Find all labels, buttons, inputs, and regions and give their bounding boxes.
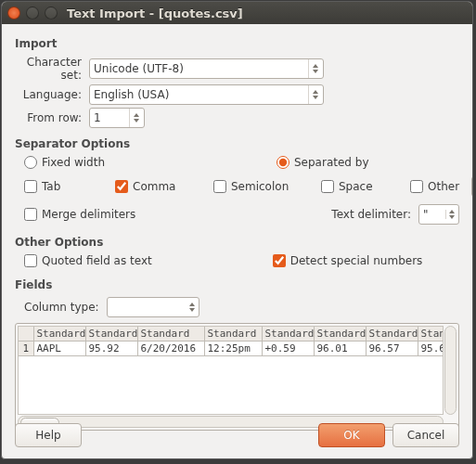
fromrow-label: From row: — [15, 111, 89, 124]
cell[interactable]: 95.92 — [85, 342, 137, 356]
other-heading: Other Options — [15, 236, 459, 249]
chevron-updown-icon — [445, 210, 455, 219]
fields-heading: Fields — [15, 278, 459, 291]
col-header[interactable]: Standard — [418, 327, 444, 342]
quoted-label: Quoted field as text — [42, 254, 152, 267]
ok-button-label: OK — [343, 429, 359, 442]
charset-label: Character set: — [15, 56, 89, 82]
fromrow-value: 1 — [94, 111, 129, 124]
charset-value: Unicode (UTF-8) — [94, 62, 308, 75]
separated-by-radio[interactable]: Separated by — [277, 156, 369, 169]
cell[interactable]: AAPL — [33, 342, 85, 356]
textdelim-combo[interactable]: " — [418, 204, 459, 225]
ok-button[interactable]: OK — [318, 423, 385, 447]
cell[interactable]: +0.59 — [262, 342, 314, 356]
help-button[interactable]: Help — [15, 423, 82, 447]
col-header[interactable]: Standard — [137, 327, 204, 342]
space-checkbox-input[interactable] — [321, 180, 334, 193]
cell[interactable]: 95.62 — [418, 342, 444, 356]
chevron-updown-icon — [189, 303, 195, 312]
tab-checkbox[interactable]: Tab — [24, 180, 109, 193]
tab-label: Tab — [42, 180, 60, 193]
space-checkbox[interactable]: Space — [321, 180, 405, 193]
dialog-content: Import Character set: Unicode (UTF-8) La… — [2, 24, 472, 440]
vertical-scrollbar[interactable] — [444, 326, 457, 415]
coltype-label: Column type: — [24, 301, 99, 314]
semicolon-label: Semicolon — [231, 180, 289, 193]
language-combo[interactable]: English (USA) — [89, 84, 324, 105]
other-checkbox[interactable]: Other — [410, 180, 466, 193]
help-button-label: Help — [35, 429, 60, 442]
preview-table-wrap[interactable]: Standard Standard Standard Standard Stan… — [18, 326, 444, 415]
cell[interactable]: 6/20/2016 — [137, 342, 204, 356]
charset-combo[interactable]: Unicode (UTF-8) — [89, 58, 324, 79]
maximize-icon[interactable] — [45, 6, 58, 19]
cancel-button-label: Cancel — [407, 429, 445, 442]
minimize-icon[interactable] — [26, 6, 39, 19]
close-icon[interactable] — [7, 6, 20, 19]
comma-checkbox[interactable]: Comma — [115, 180, 208, 193]
merge-checkbox-input[interactable] — [24, 208, 37, 221]
window-title: Text Import - [quotes.csv] — [67, 6, 243, 20]
fromrow-spinner[interactable]: 1 — [89, 108, 145, 128]
other-input[interactable] — [471, 176, 473, 197]
row-number: 1 — [19, 342, 33, 356]
tab-checkbox-input[interactable] — [24, 180, 37, 193]
chevron-updown-icon — [308, 85, 319, 104]
semicolon-checkbox[interactable]: Semicolon — [213, 180, 315, 193]
preview-table: Standard Standard Standard Standard Stan… — [19, 327, 444, 356]
dialog-footer: Help OK Cancel — [2, 414, 472, 458]
other-label: Other — [428, 180, 459, 193]
col-header[interactable]: Standard — [314, 327, 366, 342]
separated-by-label: Separated by — [294, 156, 369, 169]
merge-label: Merge delimiters — [42, 208, 135, 221]
fixed-width-radio[interactable]: Fixed width — [24, 156, 105, 169]
spinner-arrows-icon — [129, 109, 140, 127]
detect-checkbox-input[interactable] — [273, 254, 286, 267]
cancel-button[interactable]: Cancel — [392, 423, 459, 447]
table-row: 1 AAPL 95.92 6/20/2016 12:25pm +0.59 96.… — [19, 342, 444, 356]
detect-checkbox[interactable]: Detect special numbers — [273, 254, 423, 267]
detect-label: Detect special numbers — [290, 254, 423, 267]
title-bar[interactable]: Text Import - [quotes.csv] — [2, 2, 472, 24]
comma-label: Comma — [133, 180, 175, 193]
language-label: Language: — [15, 88, 89, 101]
other-checkbox-input[interactable] — [410, 180, 423, 193]
col-header[interactable]: Standard — [33, 327, 85, 342]
textdelim-label: Text delimiter: — [331, 208, 411, 221]
cell[interactable]: 12:25pm — [204, 342, 262, 356]
merge-checkbox[interactable]: Merge delimiters — [24, 208, 135, 221]
semicolon-checkbox-input[interactable] — [213, 180, 226, 193]
comma-checkbox-input[interactable] — [115, 180, 128, 193]
fixed-width-label: Fixed width — [42, 156, 105, 169]
space-label: Space — [339, 180, 373, 193]
quoted-checkbox[interactable]: Quoted field as text — [24, 254, 152, 267]
language-value: English (USA) — [94, 88, 308, 101]
table-header-row: Standard Standard Standard Standard Stan… — [19, 327, 444, 342]
col-header[interactable]: Standard — [85, 327, 137, 342]
import-heading: Import — [15, 37, 459, 50]
textdelim-value: " — [423, 208, 429, 221]
separated-by-radio-input[interactable] — [277, 156, 289, 169]
chevron-updown-icon — [308, 59, 319, 78]
col-header[interactable]: Standard — [262, 327, 314, 342]
cell[interactable]: 96.01 — [314, 342, 366, 356]
col-header[interactable]: Standard — [366, 327, 418, 342]
quoted-checkbox-input[interactable] — [24, 254, 37, 267]
fixed-width-radio-input[interactable] — [24, 156, 37, 169]
col-header[interactable]: Standard — [204, 327, 262, 342]
cell[interactable]: 96.57 — [366, 342, 418, 356]
separator-heading: Separator Options — [15, 137, 459, 150]
dialog-window: Text Import - [quotes.csv] Import Charac… — [1, 1, 473, 459]
coltype-combo[interactable] — [107, 297, 199, 317]
